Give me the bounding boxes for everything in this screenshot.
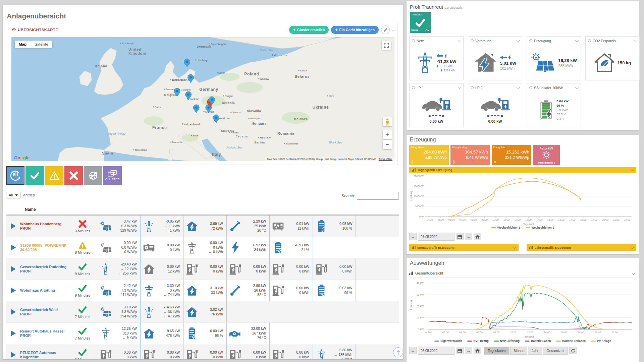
map-zoom-out-button[interactable]: − — [383, 140, 392, 149]
row-play-button[interactable] — [6, 280, 20, 301]
card-co2-header[interactable]: CO2 Ersparnis — [586, 37, 639, 45]
home-date-button[interactable] — [474, 347, 481, 354]
plant-name-link[interactable]: Gewerbebetrieb Wald PROFI — [20, 301, 68, 322]
table-row[interactable]: Gewerbebetrieb Wald PROFI7 Minutes3.18 k… — [6, 301, 399, 323]
plant-name-link[interactable]: Wohnhaus Handenberg PROFI — [20, 216, 68, 237]
metric-charger: 0.00 kW0 kWh — [270, 258, 313, 280]
refresh-button[interactable] — [569, 347, 577, 354]
monatsgrafik-bar[interactable]: Monatsgrafik Erzeugung — [409, 244, 519, 251]
svg-text:22:00: 22:00 — [624, 218, 631, 221]
collapse-map-chevron-icon[interactable] — [391, 27, 395, 31]
table-row[interactable]: Gewerbebetrieb Ruderting PROFI9 Minutes-… — [6, 258, 399, 280]
calendar-button[interactable] — [456, 233, 464, 240]
plant-name-link[interactable]: PEUGEOT Autohaus Klagenfurt — [20, 344, 68, 359]
card-lp1-header[interactable]: LP 1 — [410, 83, 463, 92]
row-play-button[interactable] — [6, 344, 20, 359]
view-gesamtzeit-button[interactable]: Gesamtzeit — [543, 347, 568, 355]
gesamtuebersicht-header[interactable]: Gesamtübersicht — [409, 269, 636, 278]
svg-text:08:00: 08:00 — [493, 331, 499, 334]
row-play-button[interactable] — [6, 323, 20, 344]
metric-values: 3.18 kW4.3 W/Wp294 W/Wp — [113, 305, 139, 319]
chevron-down-icon — [458, 85, 461, 89]
map-pegman-control[interactable] — [383, 117, 392, 126]
card-verbrauch-header[interactable]: Verbrauch — [468, 37, 522, 45]
home-date-button[interactable] — [474, 233, 481, 240]
card-lp2-header[interactable]: LP 2 — [468, 83, 522, 92]
view-tageskurve-button[interactable]: Tageskurve — [484, 347, 509, 355]
filter-offline-button[interactable] — [84, 166, 102, 185]
next-day-button[interactable]: → — [465, 347, 472, 354]
metric-battery: 0.00 kW95 % — [183, 323, 227, 344]
search-input[interactable] — [357, 192, 398, 200]
prev-day-button[interactable]: ← — [409, 233, 417, 240]
table-row[interactable]: Wohnhaus Handenberg PROFI3 Minutes3.47 k… — [6, 216, 399, 237]
metric-values: 0.00 kW0 kWh — [286, 286, 311, 295]
yield-box-1[interactable]: Ertrag Heute284,60 kWh5,99 Wh/Wp — [409, 145, 449, 165]
filter-warning-button[interactable] — [45, 166, 63, 185]
view-jahr-button[interactable]: Jahr — [528, 347, 542, 355]
add-device-button[interactable]: +Ein Gerät hinzufügen — [331, 26, 379, 34]
row-play-button[interactable] — [6, 301, 20, 322]
svg-text:0 kW: 0 kW — [418, 328, 424, 331]
connection-indicator: ◆◆ — [487, 114, 503, 118]
device-status-tile[interactable]: 7 Minute(s) StatusOk — [410, 12, 431, 33]
legend-item: Wechselrichter 1 — [491, 226, 520, 229]
yield-box-4[interactable]: 47,5 kWWechselrichter 2 — [533, 145, 560, 165]
jahresgrafik-bar[interactable]: Jahresgrafik Erzeugung — [527, 244, 636, 251]
search-label: Search: — [341, 194, 355, 198]
map-city-label: Milan — [193, 134, 199, 137]
plant-name-link[interactable]: Gewerbebetrieb Ruderting PROFI — [20, 258, 68, 280]
edit-map-button[interactable] — [381, 25, 390, 34]
card-ssl-header[interactable]: SSL esafer 10kWh — [527, 83, 581, 92]
filter-all-button[interactable]: all — [6, 166, 24, 185]
chevron-down-icon — [630, 167, 634, 171]
row-play-button[interactable] — [6, 216, 20, 237]
filter-error-button[interactable] — [64, 166, 83, 185]
map-country-label: France — [152, 125, 167, 130]
table-row[interactable]: PEUGEOT Autohaus Klagenfurt6 Minutes0.00… — [6, 344, 399, 359]
metric-values: 0.00 kW0.0 W/Wp0 W/Wp — [113, 241, 139, 254]
metric-empty — [356, 301, 399, 322]
filter-cluster-button[interactable]: CLUSTER — [103, 166, 122, 185]
yield-box-2[interactable]: Ertrag Vortag304,57 kWh6,41 Wh/Wp — [450, 145, 490, 165]
map-city-label: Prague — [225, 95, 233, 98]
date-field[interactable]: 07.05.2020 — [418, 233, 454, 241]
card-netz-header[interactable]: Netz — [410, 37, 463, 45]
metric-values: 0.00 kW0 kWh — [243, 264, 268, 274]
metric-house: 3.10 kW33 kWh — [183, 280, 227, 301]
map-type-map-button[interactable]: Map — [15, 41, 31, 48]
plant-name-link[interactable]: S1909-00005: POWRBANK 30-60/208 — [20, 237, 68, 258]
entries-select[interactable]: All — [6, 192, 20, 198]
map-fullscreen-button[interactable] — [382, 41, 391, 50]
table-row[interactable]: Renault Autohaus Kassel PROFI7 Minutes-1… — [6, 323, 399, 344]
map-type-satellite-button[interactable]: Satellite — [31, 41, 52, 48]
view-monat-button[interactable]: Monat — [510, 347, 527, 355]
filter-ok-button[interactable] — [25, 166, 44, 185]
next-day-button[interactable]: → — [465, 233, 472, 240]
plant-name-link[interactable]: Wohnhaus Altötting — [20, 280, 68, 301]
europe-map[interactable]: UnitedKingdomIrelandFranceSpainGermanyPo… — [11, 37, 394, 161]
plant-name-link[interactable]: Renault Autohaus Kassel PROFI — [20, 323, 68, 344]
row-play-button[interactable] — [6, 237, 20, 258]
row-play-button[interactable] — [6, 258, 20, 280]
row-metrics: 3.18 kW4.3 W/Wp294 W/Wp-14.63 kW→ 36 kWh… — [97, 301, 399, 322]
yield-box-3[interactable]: Ertrag Jahr15.262 kWh321,2 Wh/Wp — [492, 145, 531, 165]
table-row[interactable]: S1909-00005: POWRBANK 30-60/2088 Minutes… — [6, 237, 399, 258]
map-canvas[interactable]: UnitedKingdomIrelandFranceSpainGermanyPo… — [11, 37, 394, 161]
map-zoom-in-button[interactable]: + — [383, 130, 392, 139]
create-cluster-button[interactable]: +Cluster erstellen — [289, 26, 329, 34]
card-erzeugung-header[interactable]: Erzeugung — [527, 37, 581, 45]
date-field[interactable]: 06.05.2020 — [418, 347, 454, 355]
chevron-down-icon — [634, 38, 637, 42]
svg-text:5000 W: 5000 W — [415, 205, 424, 208]
calendar-button[interactable] — [456, 347, 464, 354]
house-consumption-icon — [474, 52, 497, 73]
metric-values: 0.00 kW0 kWh — [243, 350, 268, 359]
prev-day-button[interactable]: ← — [409, 347, 417, 354]
map-country-label: Romania — [277, 131, 294, 135]
card-ssl-battery: SSL esafer 10kWh 0.04 kW99 %9.9 kWh53.5 … — [527, 83, 581, 127]
scroll-to-top-button[interactable] — [393, 347, 403, 357]
map-terms-link[interactable]: Terms of Use — [379, 158, 392, 160]
table-row[interactable]: Wohnhaus Altötting9 Minutes2.42 kW7.3 W/… — [6, 280, 399, 301]
tagesgrafik-bar[interactable]: Tagesgrafik Erzeugung — [409, 167, 636, 173]
